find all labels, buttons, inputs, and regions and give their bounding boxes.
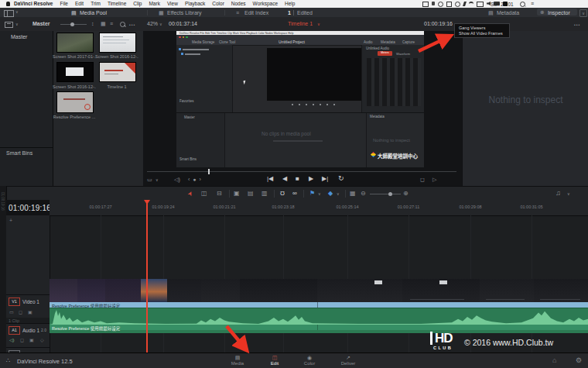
media-clip-thumbnail[interactable] xyxy=(99,33,136,53)
flag-chevron-icon[interactable]: ∨ xyxy=(318,192,321,196)
menu-trim[interactable]: Trim xyxy=(91,1,101,6)
menu-nodes[interactable]: Nodes xyxy=(231,1,246,6)
list-view-icon[interactable]: ≡ xyxy=(110,21,113,26)
viewer-scrub-bar[interactable] xyxy=(147,171,456,172)
trim-edit-mode-icon[interactable]: ◫ xyxy=(201,191,207,197)
tab-media[interactable]: ▤ Media xyxy=(220,355,255,368)
bin-item-master[interactable]: Master xyxy=(11,34,27,40)
menu-file[interactable]: File xyxy=(60,1,67,6)
video-autoselect-icon[interactable]: ▣ xyxy=(28,309,32,315)
lock-icon[interactable] xyxy=(432,2,435,5)
media-clip-thumbnail[interactable] xyxy=(56,62,94,82)
smart-bins-label[interactable]: Smart Bins xyxy=(6,150,32,156)
menu-app-name[interactable]: DaVinci Resolve xyxy=(14,1,53,6)
media-search-icon[interactable] xyxy=(120,22,125,27)
media-clip-label[interactable]: Resolve Preference ... xyxy=(53,115,96,119)
audio-mute-icon[interactable]: ◁) xyxy=(9,337,15,342)
audio-clip-name-bar[interactable]: Resolve Preference 使用前最好設定 xyxy=(50,325,588,330)
inspector-options-icon[interactable]: ••• xyxy=(574,22,580,27)
viewer-scrub-playhead[interactable] xyxy=(208,169,210,174)
timeline-audio-clip[interactable]: Resolve Preference 使用前最好設定 xyxy=(50,308,588,333)
viewer-audio-icon[interactable]: ◁) xyxy=(174,177,180,182)
project-manager-icon[interactable]: ⌂ xyxy=(552,357,556,364)
edit-index-button[interactable]: Edit Index xyxy=(244,10,268,15)
timeline-playhead[interactable] xyxy=(146,200,148,353)
video-track-name[interactable]: Video 1 xyxy=(22,299,39,304)
link-clips-icon[interactable]: ∞ xyxy=(292,191,297,197)
panel-toggle-icon[interactable] xyxy=(4,10,14,17)
snapping-magnet-icon[interactable]: Ω xyxy=(280,190,285,196)
menu-item-gang-viewers[interactable]: Gang Viewers xyxy=(455,24,509,30)
video-enable-icon[interactable]: ▭ xyxy=(9,309,14,315)
media-clip-label[interactable]: Screen Shot 2016-12-... xyxy=(53,84,96,89)
audio-mixer-icon[interactable]: ♫ xyxy=(556,190,561,197)
bin-chevron-icon[interactable]: ∨ xyxy=(15,22,19,26)
timeline-ruler[interactable]: 01:00:17:27 01:00:19:24 01:00:21:21 01:0… xyxy=(50,200,588,216)
menu-timeline[interactable]: Timeline xyxy=(108,1,126,6)
media-clip-thumbnail[interactable] xyxy=(99,62,136,82)
video-clip-name-bar[interactable]: Resolve Preference 使用前最好設定 xyxy=(50,302,588,308)
go-to-end-icon[interactable]: ▶| xyxy=(322,176,328,182)
selection-mode-icon[interactable]: ➤ xyxy=(186,190,194,197)
menu-item-show-all-video-frames[interactable]: Show All Video Frames xyxy=(455,30,509,36)
media-pool-button[interactable]: Media Pool xyxy=(80,10,107,15)
bin-selector[interactable]: Master xyxy=(32,21,50,26)
camera-icon[interactable] xyxy=(422,2,429,7)
thumbnail-view-icon[interactable]: ▦ xyxy=(101,21,106,26)
media-clip-thumbnail[interactable] xyxy=(56,91,94,113)
razor-edit-mode-icon[interactable]: ⊟ xyxy=(217,191,222,197)
stop-icon[interactable]: ■ xyxy=(296,176,299,182)
audio-curve-icon[interactable]: ◇ xyxy=(40,337,44,342)
effects-library-button[interactable]: Effects Library xyxy=(167,10,202,15)
audio-lock-icon[interactable]: ◻ xyxy=(20,337,24,342)
notification-center-icon[interactable]: ≡ xyxy=(531,1,534,6)
zoom-in-icon[interactable]: ⊕ xyxy=(403,191,409,197)
copy-icon[interactable] xyxy=(446,2,452,7)
menu-workspace[interactable]: Workspace xyxy=(253,1,278,6)
menubar-clock[interactable]: Sun 21:01 xyxy=(491,2,514,7)
media-clip-label[interactable]: Screen Shot 2017-01-... xyxy=(53,54,96,59)
wifi-icon[interactable] xyxy=(469,2,473,6)
viewer-zoom-chevron-icon[interactable]: ∨ xyxy=(159,22,162,26)
viewer-sizing-icon[interactable]: ▭ xyxy=(147,177,152,182)
menu-playback[interactable]: Playback xyxy=(185,1,205,6)
add-track-icon[interactable]: + xyxy=(9,218,12,223)
play-icon[interactable]: ▶ xyxy=(309,176,313,182)
timeline-name-selector[interactable]: Timeline 1 xyxy=(288,21,313,26)
tab-deliver[interactable]: ↗ Deliver xyxy=(330,355,367,368)
display-icon[interactable] xyxy=(477,2,484,7)
menu-edit[interactable]: Edit xyxy=(75,1,84,6)
mixer-chevron-icon[interactable]: ∨ xyxy=(567,192,570,196)
metadata-button[interactable]: Metadata xyxy=(497,10,519,15)
clock-icon[interactable] xyxy=(438,2,443,7)
loop-icon[interactable]: ↻ xyxy=(338,175,344,182)
audio-automation-icon[interactable]: ▣ xyxy=(29,337,34,342)
zoom-out-icon[interactable]: ⊖ xyxy=(361,191,366,197)
timeline-view-options-icon[interactable]: ▦ xyxy=(350,191,356,197)
menu-mark[interactable]: Mark xyxy=(149,1,159,6)
overwrite-clip-icon[interactable]: ▤ xyxy=(248,191,254,197)
menu-view[interactable]: View xyxy=(167,1,178,6)
replace-clip-icon[interactable]: ▥ xyxy=(262,191,268,197)
go-to-start-icon[interactable]: |◀ xyxy=(267,176,273,182)
play-reverse-icon[interactable]: ◀ xyxy=(282,176,287,182)
search-icon[interactable] xyxy=(520,2,525,7)
bolt-icon[interactable] xyxy=(463,2,467,6)
clip-loop-icon[interactable]: ▷ xyxy=(432,177,436,182)
viewer-sizing-chevron-icon[interactable]: ∨ xyxy=(156,178,159,182)
insert-clip-icon[interactable]: ▣ xyxy=(234,191,240,197)
project-settings-icon[interactable]: ⚙ xyxy=(576,357,582,364)
video-track-number[interactable]: V1 xyxy=(9,297,20,306)
viewer-zoom-level[interactable]: 42% xyxy=(147,21,158,26)
bin-view-icon[interactable] xyxy=(5,22,13,28)
menu-clip[interactable]: Clip xyxy=(133,1,142,6)
collapse-button[interactable]: ∨ xyxy=(579,9,587,17)
video-lock-icon[interactable]: ◻ xyxy=(19,309,22,315)
tab-edit[interactable]: ◫ Edit xyxy=(259,355,290,368)
apple-icon[interactable] xyxy=(6,2,10,6)
marker-chevron-icon[interactable]: ∨ xyxy=(337,192,340,196)
timeline-video-clip[interactable]: Resolve Preference 使用前最好設定 xyxy=(50,279,588,308)
sync-icon[interactable] xyxy=(455,2,460,7)
sort-icon[interactable]: ↕ xyxy=(91,21,94,26)
tab-color[interactable]: ◉ Color xyxy=(294,355,325,368)
